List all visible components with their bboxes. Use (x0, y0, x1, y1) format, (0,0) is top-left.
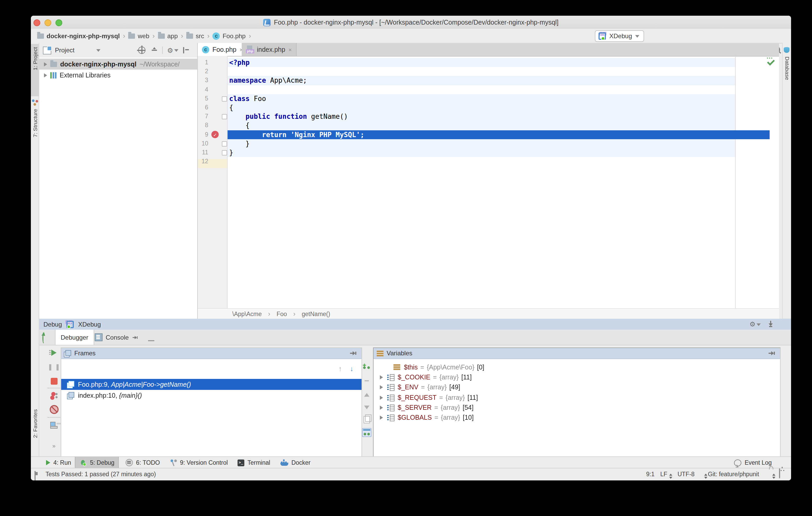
variable-row-server[interactable]: $_SERVER = {array} [54] (374, 402, 780, 413)
object-icon (394, 364, 400, 370)
stripe-structure-button[interactable]: 7: Structure (32, 109, 38, 140)
breadcrumb-file[interactable]: c Foo.php (213, 32, 245, 39)
frame-row[interactable]: index.php:10, {main}() (61, 390, 361, 401)
project-root-row[interactable]: docker-nginx-php-mysql ~/Workspace/ (39, 59, 197, 69)
expander-icon[interactable] (44, 62, 47, 66)
toolwindow-docker-button[interactable]: Docker (277, 457, 314, 468)
stop-session-button[interactable] (49, 376, 59, 386)
encoding-widget[interactable]: UTF-8 (677, 471, 695, 477)
breadcrumb-namespace[interactable]: \App\Acme (232, 311, 262, 317)
code-line[interactable]: 3namespace App\Acme; (198, 76, 779, 85)
git-branch-widget[interactable]: Git: feature/phpunit (708, 471, 759, 477)
remove-watch-button[interactable]: − (362, 376, 372, 386)
code-line[interactable]: 4 (198, 85, 779, 94)
add-watch-button[interactable]: + (362, 361, 372, 370)
frame-down-button[interactable]: ↓ (350, 365, 353, 373)
code-line[interactable]: 12 (198, 157, 779, 166)
project-root-path: ~/Workspace/ (140, 60, 180, 68)
show-watches-in-variables-button[interactable] (362, 428, 372, 437)
toggle-toolwindows-button[interactable] (34, 471, 36, 480)
zoom-window-button[interactable] (55, 19, 62, 26)
stripe-favorites-button[interactable]: 2: Favorites (32, 409, 38, 440)
toolwindow-debug-button[interactable]: 5: Debug (75, 457, 118, 468)
minimize-window-button[interactable] (45, 19, 51, 26)
variable-row-request[interactable]: $_REQUEST = {array} [11] (374, 393, 780, 403)
tab-console[interactable]: Console (89, 330, 144, 345)
toolwindow-run-button[interactable]: 4: Run (42, 457, 75, 468)
hide-variables-button[interactable] (768, 350, 776, 356)
breadcrumb-root[interactable]: docker-nginx-php-mysql (37, 32, 120, 39)
tab-debugger[interactable]: Debugger (55, 330, 94, 345)
expander-icon[interactable] (380, 375, 383, 379)
variable-row-globals[interactable]: $GLOBALS = {array} [10] (374, 413, 780, 423)
toolwindow-version-control-button[interactable]: 9: Version Control (167, 457, 232, 468)
pause-program-button[interactable] (49, 363, 59, 372)
highlighting-level-button[interactable] (779, 469, 780, 478)
code-line[interactable]: 8 { (198, 121, 779, 130)
close-tab-icon[interactable]: × (288, 46, 292, 53)
variable-row-this[interactable]: $this = {App\Acme\Foo} [0] (374, 362, 780, 372)
fold-marker[interactable] (222, 141, 227, 146)
toolwindow-todo-button[interactable]: 6: TODO (122, 457, 164, 468)
event-log-button[interactable]: Event Log (730, 457, 775, 468)
close-window-button[interactable] (33, 19, 40, 26)
fold-marker[interactable] (222, 96, 227, 102)
breadcrumb-src[interactable]: src (186, 32, 204, 39)
breadcrumb-method[interactable]: getName() (302, 311, 330, 317)
hide-debug-panel-button[interactable] (767, 321, 774, 328)
locate-file-button[interactable] (138, 47, 146, 54)
frame-row-current[interactable]: Foo.php:9, App|Acme|Foo->getName() (61, 379, 361, 390)
stripe-database-button[interactable]: Database (784, 57, 790, 82)
hide-panel-button[interactable] (183, 47, 190, 53)
fold-marker[interactable] (222, 114, 227, 119)
mute-breakpoints-button[interactable] (49, 404, 59, 414)
expander-icon[interactable] (380, 415, 383, 420)
expander-icon[interactable] (380, 395, 383, 400)
current-execution-line[interactable]: 9✓ return 'Nginx PHP MySQL'; (198, 130, 779, 139)
breakpoint-icon[interactable]: ✓ (211, 131, 219, 138)
hide-frames-button[interactable] (350, 350, 357, 356)
variable-row-env[interactable]: $_ENV = {array} [49] (374, 382, 780, 393)
code-line[interactable]: 5class Foo (198, 94, 779, 103)
expander-icon[interactable] (44, 73, 47, 77)
resume-program-button[interactable] (49, 348, 59, 357)
variable-row-cookie[interactable]: $_COOKIE = {array} [11] (374, 372, 780, 382)
rerun-button[interactable] (42, 333, 45, 343)
line-separator-widget[interactable]: LF (660, 471, 667, 477)
variable-type: {array} (439, 374, 459, 381)
expander-icon[interactable] (380, 406, 383, 410)
breadcrumb-web[interactable]: web (128, 32, 149, 39)
stripe-project-button[interactable]: 1: Project (32, 47, 38, 73)
project-view-dropdown[interactable] (96, 49, 101, 52)
toolwindow-terminal-button[interactable]: >_ Terminal (234, 457, 274, 468)
copy-value-button[interactable] (362, 415, 372, 424)
view-breakpoints-button[interactable] (49, 391, 59, 400)
gear-icon[interactable]: ⚙ (167, 46, 173, 54)
code-line[interactable]: 7 public function getName() (198, 112, 779, 121)
code-line[interactable]: 1<?php (198, 58, 779, 67)
frame-up-button[interactable]: ↑ (339, 365, 342, 373)
more-options-button[interactable]: » (49, 441, 59, 451)
run-configuration-select[interactable]: php XDebug (595, 30, 644, 42)
code-line[interactable]: 2 (198, 67, 779, 76)
fold-marker[interactable] (222, 150, 227, 155)
code-line[interactable]: 10 } (198, 139, 779, 148)
gear-icon[interactable]: ⚙ (750, 320, 755, 328)
code-line[interactable]: 11} (198, 148, 779, 157)
array-icon (387, 374, 394, 380)
expander-icon[interactable] (380, 385, 383, 389)
restore-layout-button[interactable] (49, 420, 59, 430)
tab-foo-php[interactable]: c Foo.php × (198, 43, 248, 56)
code-line[interactable]: 6{ (198, 103, 779, 112)
external-libraries-row[interactable]: External Libraries (39, 69, 197, 81)
show-execution-point-button[interactable] (147, 332, 155, 342)
breadcrumb-app[interactable]: app (158, 32, 178, 39)
move-watch-down-button[interactable] (362, 402, 372, 412)
caret-position[interactable]: 9:1 (646, 471, 655, 477)
status-message[interactable]: Tests Passed: 1 passed (27 minutes ago) (46, 471, 156, 477)
collapse-all-button[interactable] (151, 47, 158, 53)
move-watch-up-button[interactable] (362, 390, 372, 399)
breadcrumb-class[interactable]: Foo (277, 311, 287, 317)
tab-index-php[interactable]: php index.php × (242, 43, 296, 56)
main-toolbar: docker-nginx-php-mysql › web › app › src… (31, 29, 791, 44)
